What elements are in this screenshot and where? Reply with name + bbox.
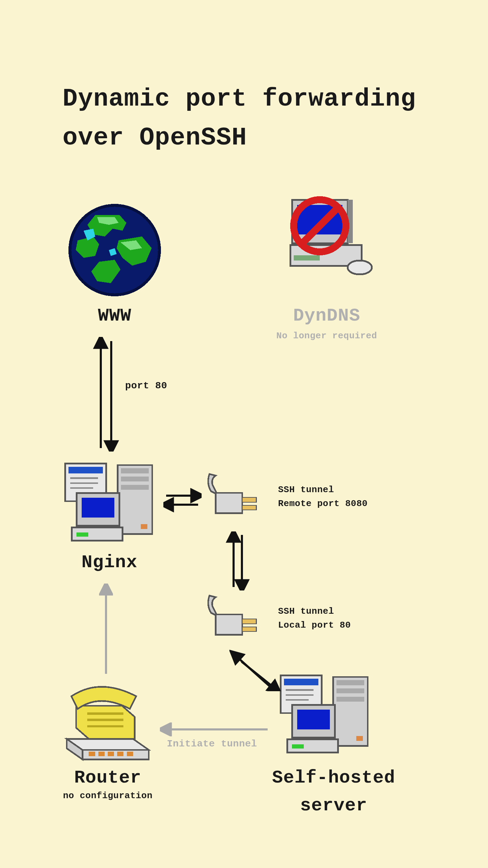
selfhost-label-2: server xyxy=(261,795,407,816)
svg-marker-39 xyxy=(76,706,135,739)
nginx-label: Nginx xyxy=(59,552,160,573)
svg-rect-10 xyxy=(118,465,152,534)
svg-rect-44 xyxy=(336,680,364,685)
svg-rect-47 xyxy=(356,736,363,741)
edge-initiate-label: Initiate tunnel xyxy=(167,738,257,749)
svg-rect-27 xyxy=(216,614,243,635)
dyndns-label: DynDNS xyxy=(275,306,379,326)
diagram-title: Dynamic port forwarding over OpenSSH xyxy=(63,80,488,157)
ssh-plug-local-icon xyxy=(202,590,264,646)
svg-rect-26 xyxy=(242,505,257,510)
svg-rect-21 xyxy=(82,498,115,518)
arrow-initiate-tunnel xyxy=(160,722,271,736)
arrow-ssh-selfhost xyxy=(229,650,282,691)
selfhost-label-1: Self-hosted xyxy=(261,768,407,788)
arrow-nginx-ssh xyxy=(163,488,202,512)
svg-rect-12 xyxy=(121,477,149,481)
nginx-server-icon xyxy=(59,458,160,549)
svg-rect-35 xyxy=(98,752,105,757)
svg-rect-36 xyxy=(108,752,114,757)
ssh-plug-remote-icon xyxy=(202,469,264,524)
svg-rect-54 xyxy=(297,710,330,729)
svg-rect-16 xyxy=(68,467,103,473)
selfhost-server-icon xyxy=(275,670,375,761)
svg-rect-11 xyxy=(121,468,149,473)
router-label: Router xyxy=(59,768,156,788)
ssh-local-line2: Local port 80 xyxy=(278,620,351,630)
dyndns-sublabel: No longer required xyxy=(264,331,389,341)
svg-rect-38 xyxy=(127,752,133,757)
globe-icon xyxy=(66,201,163,299)
edge-port80-label: port 80 xyxy=(125,380,167,391)
svg-rect-46 xyxy=(336,697,364,702)
ssh-remote-line2: Remote port 8080 xyxy=(278,498,368,509)
svg-rect-49 xyxy=(284,679,318,685)
svg-rect-24 xyxy=(216,493,243,513)
svg-rect-13 xyxy=(121,485,149,490)
ssh-remote-line1: SSH tunnel xyxy=(278,485,334,495)
router-phone-icon xyxy=(59,677,156,764)
svg-rect-37 xyxy=(117,752,123,757)
svg-rect-23 xyxy=(76,532,88,537)
svg-rect-34 xyxy=(89,752,95,757)
svg-rect-28 xyxy=(242,619,257,624)
www-label: WWW xyxy=(63,306,167,326)
ssh-local-line1: SSH tunnel xyxy=(278,606,334,617)
arrow-router-nginx xyxy=(99,584,113,677)
svg-rect-25 xyxy=(242,497,257,502)
svg-rect-29 xyxy=(242,627,257,632)
svg-rect-6 xyxy=(294,255,320,261)
arrow-www-nginx xyxy=(90,337,122,452)
svg-rect-45 xyxy=(336,688,364,693)
svg-rect-14 xyxy=(141,524,147,529)
svg-rect-56 xyxy=(292,744,303,749)
router-sublabel: no configuration xyxy=(59,791,156,801)
svg-line-64 xyxy=(242,662,276,689)
svg-rect-43 xyxy=(333,677,368,746)
arrow-ssh-tunnel xyxy=(225,531,250,590)
dyndns-icon xyxy=(275,191,379,295)
svg-point-7 xyxy=(348,261,372,274)
